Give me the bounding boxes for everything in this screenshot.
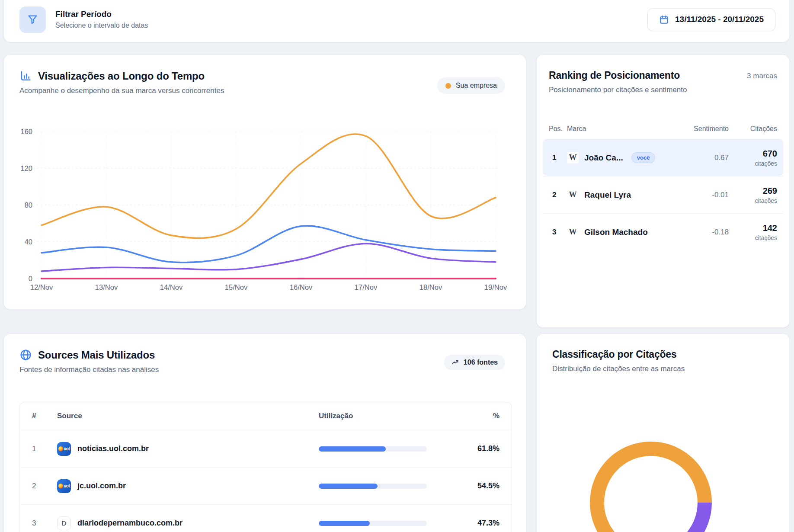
classification-title: Classificação por Citações [552,349,685,360]
ranking-row[interactable]: 3WGilson Machado-0.18142citações [543,213,783,250]
source-row[interactable]: 1uolnoticias.uol.com.br61.8% [20,430,512,467]
x-axis-tick: 12/Nov [30,283,53,291]
sources-title: Sources Mais Utilizados [38,349,155,361]
citations-label: citações [755,197,777,204]
citations-count: 269 [763,186,777,196]
ranking-col-citacoes: Citações [729,125,777,133]
funnel-icon [27,14,38,26]
citations-label: citações [755,160,777,167]
x-axis-tick: 14/Nov [160,283,183,291]
x-axis-tick: 19/Nov [484,283,507,291]
uol-favicon: uol [57,479,71,493]
ranking-title: Ranking de Posicionamento [549,70,680,81]
line-chart: 0408012016012/Nov13/Nov14/Nov15/Nov16/No… [4,55,527,310]
letter-favicon: D [57,516,71,530]
ranking-table: Pos. Marca Sentimento Citações 1WJoão Ca… [543,119,783,250]
source-domain: diariodepernambuco.com.br [77,519,182,528]
x-axis-tick: 13/Nov [95,283,118,291]
sources-count-label: 106 fontes [464,359,498,366]
sources-col-rank: # [32,412,57,420]
sentiment-value: -0.18 [677,228,729,237]
trending-up-icon [451,359,459,366]
wikipedia-w-icon: W [567,226,579,238]
source-percent: 61.8% [448,444,499,453]
source-domain: jc.uol.com.br [77,481,126,490]
date-range-button[interactable]: 13/11/2025 - 20/11/2025 [647,8,775,31]
sources-col-source: Source [57,412,319,420]
ranking-row[interactable]: 2WRaquel Lyra-0.01269citações [543,176,783,213]
donut-slice [687,503,704,532]
filter-period-bar: Filtrar Período Selecione o intervalo de… [3,0,790,42]
you-badge: você [631,152,656,163]
sentiment-value: 0.67 [677,154,729,162]
filter-period-title: Filtrar Período [55,10,148,19]
sentiment-value: -0.01 [677,191,729,199]
source-domain: noticias.uol.com.br [77,444,149,453]
uol-favicon: uol [57,442,71,456]
calendar-icon [659,15,669,25]
brand-name: Gilson Machado [584,228,648,237]
classification-card: Classificação por Citações Distribuição … [536,333,790,532]
ranking-position: 1 [549,154,567,162]
source-percent: 47.3% [448,519,499,528]
wikipedia-w-icon: W [567,189,579,201]
filter-period-subtitle: Selecione o intervalo de datas [55,22,148,29]
ranking-col-pos: Pos. [549,125,567,133]
line-series [42,226,496,263]
sources-subtitle: Fontes de informação citadas nas análise… [19,365,159,374]
sources-card: Sources Mais Utilizados Fontes de inform… [3,333,526,532]
ranking-subtitle: Posicionamento por citações e sentimento [549,86,777,94]
views-over-time-card: Visualizações ao Longo do Tempo Acompanh… [3,54,526,310]
sources-col-utilizacao: Utilização [319,412,448,420]
ranking-position: 2 [549,191,567,199]
y-axis-tick: 160 [20,128,32,135]
source-rank: 3 [32,519,57,528]
source-row[interactable]: 3Ddiariodepernambuco.com.br47.3% [20,504,512,532]
utilization-bar [319,446,427,452]
brand-name: Raquel Lyra [584,190,631,200]
donut-chart [537,373,790,532]
y-axis-tick: 80 [25,201,32,209]
x-axis-tick: 18/Nov [419,283,442,291]
ranking-position: 3 [549,228,567,237]
globe-icon [19,349,32,361]
ranking-count-badge: 3 marcas [747,72,777,80]
source-row[interactable]: 2uoljc.uol.com.br54.5% [20,467,512,504]
ranking-col-sentimento: Sentimento [677,125,729,133]
wikipedia-w-icon: W [567,152,579,163]
filter-icon-box [19,6,46,33]
sources-table-header: # Source Utilização % [20,402,512,430]
source-rank: 2 [32,482,57,490]
source-percent: 54.5% [448,481,499,490]
date-range-value: 13/11/2025 - 20/11/2025 [675,15,764,24]
y-axis-tick: 40 [25,238,32,246]
classification-subtitle: Distribuição de citações entre as marcas [552,365,685,373]
citations-count: 142 [763,223,777,233]
x-axis-tick: 17/Nov [355,283,378,291]
sources-table: # Source Utilização % 1uolnoticias.uol.c… [19,402,512,532]
donut-slice [597,449,705,532]
brand-name: João Ca... [584,153,623,163]
utilization-bar [319,484,427,489]
source-rank: 1 [32,445,57,453]
ranking-table-header: Pos. Marca Sentimento Citações [543,119,783,139]
x-axis-tick: 15/Nov [225,283,248,291]
citations-label: citações [755,234,777,241]
line-series [42,134,496,238]
ranking-card: Ranking de Posicionamento 3 marcas Posic… [536,54,790,328]
ranking-row[interactable]: 1WJoão Ca...você0.67670citações [543,139,783,176]
sources-col-percent: % [448,412,499,420]
utilization-bar [319,521,427,526]
x-axis-tick: 16/Nov [290,283,313,291]
y-axis-tick: 0 [29,275,32,282]
ranking-col-marca: Marca [567,125,677,133]
sources-count-badge: 106 fontes [444,355,505,370]
y-axis-tick: 120 [20,164,32,172]
citations-count: 670 [763,149,777,159]
